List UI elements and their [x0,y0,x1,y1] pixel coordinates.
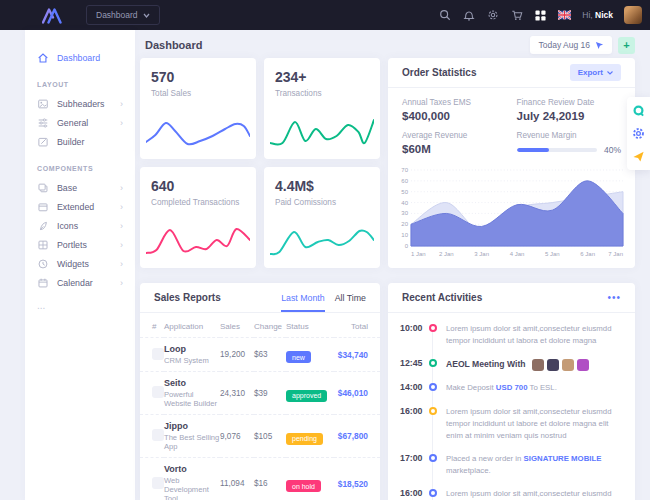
row-checkbox[interactable] [152,429,164,441]
page-title: Dashboard [145,39,202,51]
search-icon[interactable] [438,9,451,22]
top-navbar: Dashboard Hi, Nick [0,0,650,30]
svg-text:50: 50 [401,189,408,195]
sidebar-item-builder[interactable]: Builder [25,132,135,151]
sales-value: 9,076 [220,415,254,458]
sparkline-chart [146,114,250,154]
row-checkbox[interactable] [152,477,164,489]
settings-gear-icon[interactable] [486,9,499,22]
change-value: $63 [254,338,286,372]
svg-text:5 Jan: 5 Jan [545,251,560,257]
avatar [577,359,589,371]
svg-text:30: 30 [401,210,408,216]
navbar-actions: Hi, Nick [438,6,642,24]
copy-icon [37,182,49,194]
app-desc: Web Development Tool [164,476,220,500]
table-row: VortoWeb Development Tool 11,094 $16 on … [140,458,380,500]
row-checkbox[interactable] [152,386,164,398]
stat-card-completed-transactions: 640 Completed Transactions [140,167,256,268]
svg-text:20: 20 [401,221,408,227]
app-name: Jippo [164,421,220,431]
sidebar-item-general[interactable]: General› [25,113,135,132]
sidebar-item-widgets[interactable]: Widgets› [25,254,135,273]
chat-icon[interactable] [632,104,645,117]
apps-grid-icon[interactable] [534,9,547,22]
sidebar-item-dashboard[interactable]: Dashboard [25,48,135,67]
more-menu-icon[interactable]: ••• [607,292,621,303]
order-statistics-card: Order Statistics Export Annual Taxes EMS… [388,58,635,268]
sidebar-item-calendar[interactable]: Calendar› [25,273,135,292]
table-row: SeitoPowerful Website Builder 24,310 $39… [140,372,380,415]
stat-value: 640 [151,178,245,194]
quick-actions-panel [627,97,650,170]
page-selector-label: Dashboard [96,10,138,20]
edit-square-icon [37,136,49,148]
row-checkbox[interactable] [152,348,164,360]
tab-last-month[interactable]: Last Month [281,284,325,312]
sidebar-item-subheaders[interactable]: Subheaders› [25,94,135,113]
sidebar-item-portlets[interactable]: Portlets› [25,235,135,254]
svg-text:6 Jan: 6 Jan [580,251,595,257]
calendar-icon [37,277,49,289]
svg-text:2 Jan: 2 Jan [439,251,454,257]
stat-label: Transactions [275,89,369,98]
app-desc: Powerful Website Builder [164,390,220,408]
metric-annual-taxes: Annual Taxes EMS $400,000 [402,98,507,122]
chevron-right-icon: › [120,221,123,231]
activity-dot [429,324,437,332]
home-icon [37,52,49,64]
send-icon[interactable] [632,150,645,163]
sparkline-chart [270,114,374,154]
tab-all-time[interactable]: All Time [335,284,366,312]
chevron-right-icon: › [120,118,123,128]
activity-dot [429,489,437,497]
svg-text:0: 0 [405,243,409,249]
stat-value: 4.4M$ [275,178,369,194]
total-value: $18,520 [334,458,380,500]
change-value: $105 [254,415,286,458]
change-value: $16 [254,458,286,500]
sidebar-item-label: Dashboard [57,53,100,63]
sidebar-item-base[interactable]: Base› [25,178,135,197]
activity-time: 16:00 [400,488,426,498]
export-button[interactable]: Export [570,64,621,81]
date-picker-button[interactable]: Today Aug 16 [530,36,612,54]
sidebar-item-icons[interactable]: Icons› [25,216,135,235]
sales-value: 24,310 [220,372,254,415]
metric-finance-review-date: Finance Review Date July 24,2019 [517,98,622,122]
page-selector[interactable]: Dashboard [86,5,160,25]
cart-icon[interactable] [510,9,523,22]
add-button[interactable]: + [618,37,635,54]
sidebar-item-extended[interactable]: Extended› [25,197,135,216]
chevron-right-icon: › [120,202,123,212]
status-badge: pending [286,433,323,445]
activity-time: 16:00 [400,406,426,416]
support-gear-icon[interactable] [632,127,645,140]
layout-grid-icon [37,239,49,251]
activity-link[interactable]: SIGNATURE MOBILE [524,454,602,463]
user-avatar[interactable] [624,6,642,24]
app-name: Loop [164,344,220,354]
activity-item: 17:00 Placed a new order in SIGNATURE MO… [400,453,623,477]
sidebar-item-label: Portlets [57,240,87,250]
sparkline-chart [270,223,374,263]
total-value: $67,800 [334,415,380,458]
language-flag-uk-icon[interactable] [558,9,571,22]
app-name: Seito [164,378,220,388]
stat-card-transactions: 234+ Transactions [264,58,380,159]
metric-value: $400,000 [402,110,507,122]
status-badge: approved [286,390,327,402]
activity-dot [429,407,437,415]
metric-value: July 24,2019 [517,110,622,122]
chevron-down-icon [143,13,150,18]
app-logo[interactable] [42,7,64,24]
sidebar-section-components: COMPONENTS [25,151,135,178]
activity-link[interactable]: USD 700 [496,383,528,392]
metric-label: Annual Taxes EMS [402,98,507,107]
sidebar-item-label: Base [57,183,77,193]
notifications-icon[interactable] [462,9,475,22]
sparkline-chart [146,223,250,263]
chevron-down-icon [607,71,613,75]
sidebar: Dashboard LAYOUT Subheaders› General› Bu… [25,30,135,500]
app-desc: CRM System [164,356,220,365]
